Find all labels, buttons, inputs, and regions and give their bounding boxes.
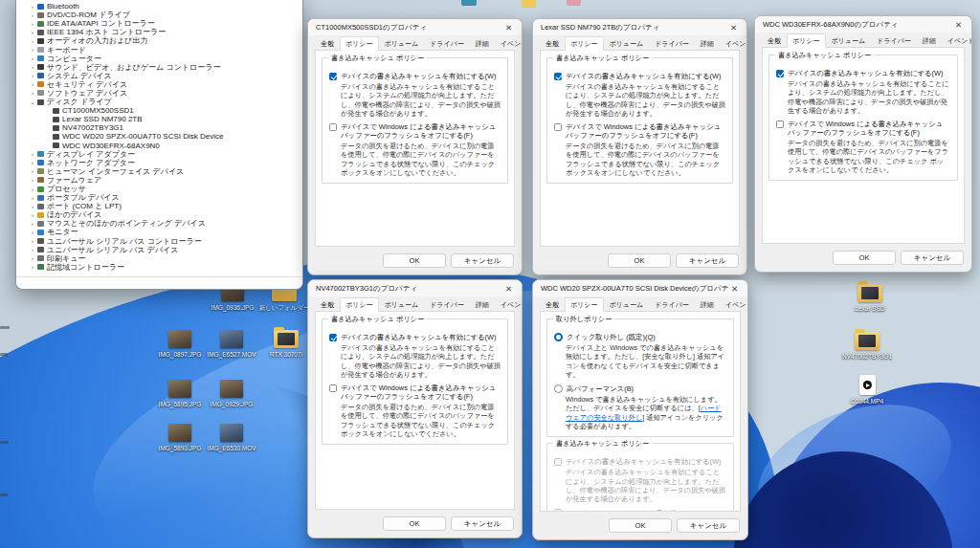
chevron-right-icon[interactable]: › — [29, 230, 36, 235]
chevron-right-icon[interactable]: › — [29, 264, 36, 270]
chevron-right-icon[interactable]: › — [29, 255, 36, 261]
chevron-right-icon[interactable]: › — [29, 30, 36, 35]
tab-0[interactable]: 全般 — [315, 36, 340, 51]
desktop-icon-img-0929[interactable]: IMG_0929.JPG — [208, 380, 256, 407]
chevron-right-icon[interactable]: › — [29, 177, 36, 183]
ok-button[interactable]: OK — [609, 518, 672, 533]
turn-off-flush-checkbox[interactable] — [554, 123, 562, 131]
ok-button[interactable]: OK — [833, 251, 896, 265]
desktop-icon-e6530[interactable]: IMG_E6530.MOV — [208, 424, 256, 451]
tab-3[interactable]: ドライバー — [649, 297, 695, 312]
ok-button[interactable]: OK — [383, 253, 446, 268]
ok-button[interactable]: OK — [608, 253, 671, 268]
dialog-titlebar[interactable]: NV47002TBY3G1のプロパティ ✕ — [308, 280, 522, 296]
enable-write-cache-checkbox[interactable] — [329, 334, 337, 341]
chevron-right-icon[interactable]: › — [29, 195, 36, 201]
tree-item[interactable]: Lexar SSD NM790 2TB — [16, 115, 302, 123]
properties-dialog-ct1000[interactable]: CT1000MX500SSD1のプロパティ ✕ 全般ポリシーボリュームドライバー… — [307, 18, 523, 275]
dialog-titlebar[interactable]: WDC WD20 SPZX-00UA7T0 SCSI Disk Deviceのプ… — [533, 280, 747, 296]
turn-off-flush-checkbox[interactable] — [329, 384, 337, 392]
tab-5[interactable]: イベント — [720, 297, 748, 312]
turn-off-flush-checkbox[interactable] — [776, 121, 784, 128]
chevron-right-icon[interactable]: › — [29, 12, 36, 18]
chevron-right-icon[interactable]: › — [29, 21, 36, 27]
tab-4[interactable]: 詳細 — [917, 33, 942, 48]
cancel-button[interactable]: キャンセル — [677, 518, 740, 533]
tab-1[interactable]: ポリシー — [340, 297, 379, 312]
tab-0[interactable]: 全般 — [762, 33, 787, 48]
tree-item[interactable]: WDC WD20 SPZX-00UA7T0 SCSI Disk Device — [16, 132, 302, 141]
tab-0[interactable]: 全般 — [540, 36, 565, 51]
chevron-right-icon[interactable]: › — [29, 238, 36, 244]
close-icon[interactable]: ✕ — [503, 284, 514, 294]
tab-2[interactable]: ボリューム — [604, 36, 650, 51]
tree-item[interactable]: NV47002TBY3G1 — [16, 123, 302, 132]
tab-4[interactable]: 詳細 — [470, 297, 495, 312]
chevron-right-icon[interactable]: › — [29, 55, 36, 61]
chevron-right-icon[interactable]: › — [29, 186, 36, 192]
chevron-down-icon[interactable]: ⌄ — [29, 99, 36, 105]
chevron-right-icon[interactable]: › — [29, 247, 36, 252]
tab-0[interactable]: 全般 — [315, 297, 340, 312]
tab-2[interactable]: ボリューム — [379, 297, 425, 312]
tab-1[interactable]: ポリシー — [565, 297, 604, 312]
close-icon[interactable]: ✕ — [728, 23, 739, 33]
tab-5[interactable]: イベント — [942, 33, 972, 48]
chevron-right-icon[interactable]: › — [29, 47, 36, 53]
tab-2[interactable]: ボリューム — [826, 33, 872, 48]
tab-5[interactable]: イベント — [495, 297, 523, 312]
tab-5[interactable]: イベント — [495, 36, 523, 51]
chevron-right-icon[interactable]: › — [29, 81, 36, 87]
tab-1[interactable]: ポリシー — [565, 36, 604, 51]
tab-3[interactable]: ドライバー — [649, 36, 695, 51]
tab-1[interactable]: ポリシー — [340, 36, 379, 51]
desktop-icon-c0344[interactable]: C0344.MP4 — [843, 375, 891, 405]
device-manager-window[interactable]: ›Bluetooth›DVD/CD-ROM ドライブ›IDE ATA/ATAPI… — [15, 0, 303, 290]
cancel-button[interactable]: キャンセル — [901, 251, 964, 265]
enable-write-cache-checkbox[interactable] — [776, 70, 784, 77]
chevron-right-icon[interactable]: › — [29, 64, 36, 70]
tab-3[interactable]: ドライバー — [424, 297, 470, 312]
desktop-icon-nv4700[interactable]: NV47002TBY3G1 — [843, 332, 891, 360]
properties-dialog-nv47002[interactable]: NV47002TBY3G1のプロパティ ✕ 全般ポリシーボリュームドライバー詳細… — [307, 279, 523, 538]
tab-1[interactable]: ポリシー — [787, 33, 826, 48]
tab-4[interactable]: 詳細 — [695, 297, 720, 312]
quick-removal-radio[interactable] — [554, 333, 563, 341]
chevron-right-icon[interactable]: › — [29, 204, 36, 209]
desktop-icon-e6527[interactable]: IMG_E6527.MOV — [208, 330, 256, 358]
properties-dialog-wd20spzx[interactable]: WDC WD20 SPZX-00UA7T0 SCSI Disk Deviceのプ… — [532, 279, 748, 540]
chevron-right-icon[interactable]: › — [29, 73, 36, 78]
dialog-titlebar[interactable]: WDC WD30EFRX-68AX9N0のプロパティ ✕ — [755, 16, 971, 33]
desktop-icon-lexar-ssd[interactable]: Lexar SSD — [846, 284, 894, 312]
cancel-button[interactable]: キャンセル — [451, 253, 514, 268]
chevron-right-icon[interactable]: › — [29, 221, 36, 227]
dialog-titlebar[interactable]: Lexar SSD NM790 2TBのプロパティ ✕ — [533, 19, 746, 35]
close-icon[interactable]: ✕ — [953, 20, 964, 30]
cancel-button[interactable]: キャンセル — [676, 253, 739, 268]
tab-4[interactable]: 詳細 — [470, 36, 495, 51]
tree-item[interactable]: CT1000MX500SSD1 — [16, 106, 302, 115]
better-performance-radio[interactable] — [554, 384, 563, 393]
tab-3[interactable]: ドライバー — [424, 36, 470, 51]
ok-button[interactable]: OK — [383, 516, 446, 531]
tab-2[interactable]: ボリューム — [604, 297, 650, 312]
desktop-icon-img-5893[interactable]: IMG_5893.JPG — [156, 424, 204, 451]
enable-write-cache-checkbox[interactable] — [329, 73, 337, 80]
properties-dialog-lexar[interactable]: Lexar SSD NM790 2TBのプロパティ ✕ 全般ポリシーボリュームド… — [532, 18, 747, 275]
cancel-button[interactable]: キャンセル — [451, 516, 514, 531]
chevron-right-icon[interactable]: › — [29, 151, 36, 157]
tab-3[interactable]: ドライバー — [871, 33, 917, 48]
tree-item[interactable]: ⌄ディスク ドライブ — [16, 98, 302, 106]
chevron-right-icon[interactable]: › — [29, 38, 36, 44]
chevron-right-icon[interactable]: › — [29, 160, 36, 165]
properties-dialog-wd30efrx[interactable]: WDC WD30EFRX-68AX9N0のプロパティ ✕ 全般ポリシーボリューム… — [754, 15, 972, 273]
tab-4[interactable]: 詳細 — [695, 36, 720, 51]
tab-5[interactable]: イベント — [720, 36, 747, 51]
desktop-icon-rtx3070ti[interactable]: RTX 3070Ti — [262, 330, 310, 358]
chevron-right-icon[interactable]: › — [29, 4, 36, 10]
desktop-icon-img-5895[interactable]: IMG_5895.JPG — [156, 380, 204, 407]
desktop-icon-img-0897[interactable]: IMG_0897.JPG — [156, 330, 204, 358]
chevron-right-icon[interactable]: › — [29, 212, 36, 218]
tab-2[interactable]: ボリューム — [379, 36, 425, 51]
chevron-right-icon[interactable]: › — [29, 168, 36, 174]
